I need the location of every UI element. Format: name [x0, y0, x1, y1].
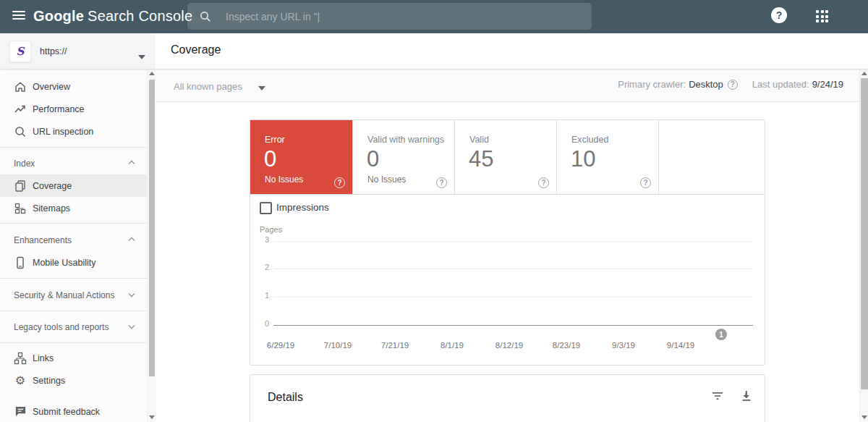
- sidebar-item-label: Mobile Usability: [33, 258, 96, 268]
- caret-down-icon: [258, 80, 265, 93]
- url-inspect-searchbox[interactable]: [187, 3, 592, 30]
- divider: [0, 147, 156, 148]
- question-circle-icon[interactable]: ?: [640, 177, 651, 188]
- google-search-console-app: GoogleSearch Console ? S https:// Covera…: [0, 0, 868, 422]
- search-input[interactable]: [224, 10, 592, 23]
- x-tick: 8/23/19: [553, 341, 580, 350]
- search-icon: [199, 10, 211, 22]
- scroll-up-arrow[interactable]: [149, 72, 155, 75]
- gridline: [273, 297, 753, 297]
- property-selector[interactable]: S https://: [0, 33, 156, 69]
- divider: [0, 311, 156, 311]
- sidebar-item-label: URL inspection: [33, 127, 93, 137]
- last-updated-label: Last updated:: [752, 79, 809, 90]
- primary-crawler-label: Primary crawler:: [618, 79, 686, 90]
- status-label: Valid: [469, 135, 489, 145]
- sidebar-item-label: Coverage: [33, 181, 72, 191]
- sidebar-item-label: Submit feedback: [33, 407, 100, 417]
- last-updated-value: 9/24/19: [812, 79, 843, 90]
- status-value: 10: [571, 146, 595, 172]
- x-tick: 9/14/19: [667, 341, 694, 350]
- status-box-valid-with-warnings[interactable]: Valid with warnings 0 No Issues ?: [352, 120, 454, 194]
- sidebar-item-performance[interactable]: Performance: [0, 98, 147, 120]
- gridline: [273, 241, 753, 242]
- sitemaps-icon: [14, 202, 27, 215]
- section-label: Legacy tools and reports: [14, 322, 109, 332]
- sidebar-item-settings[interactable]: ⚙ Settings: [0, 369, 147, 392]
- annotation-badge[interactable]: 1: [715, 329, 727, 340]
- links-icon: [14, 352, 27, 365]
- divider: [0, 278, 156, 279]
- x-tick: 7/10/19: [324, 341, 352, 350]
- status-box-excluded[interactable]: Excluded 10 ?: [556, 120, 658, 194]
- sidebar-section-index[interactable]: Index: [0, 152, 147, 174]
- sidebar-section-security[interactable]: Security & Manual Actions: [0, 284, 147, 306]
- status-label: Error: [265, 135, 285, 145]
- main-scrollbar-thumb[interactable]: [861, 78, 868, 389]
- details-card: Details: [250, 374, 765, 422]
- sidebar-scrollbar-thumb[interactable]: [149, 80, 155, 376]
- sidebar-item-overview[interactable]: Overview: [0, 75, 147, 98]
- y-tick: 2: [250, 263, 269, 271]
- baseline: [273, 325, 753, 326]
- logo-product: Search Console: [88, 8, 192, 24]
- x-tick: 6/29/19: [267, 341, 294, 350]
- page-scope-filter[interactable]: All known pages: [174, 79, 265, 93]
- coverage-icon: [14, 180, 27, 193]
- filter-icon[interactable]: [711, 389, 724, 402]
- main-scrollbar[interactable]: [859, 69, 868, 422]
- hamburger-icon[interactable]: [12, 11, 25, 21]
- gridline: [273, 269, 753, 269]
- download-icon[interactable]: [740, 389, 753, 402]
- divider: [0, 223, 156, 224]
- y-tick: 1: [250, 291, 269, 300]
- sidebar-item-label: Overview: [33, 82, 70, 92]
- coverage-summary-card: Error 0 No Issues ? Valid with warnings …: [250, 119, 765, 366]
- status-label: Valid with warnings: [367, 135, 444, 145]
- sidebar-item-sitemaps[interactable]: Sitemaps: [0, 197, 147, 219]
- sidebar-item-submit-feedback[interactable]: Submit feedback: [0, 400, 147, 422]
- chevron-up-icon: [127, 234, 136, 247]
- home-icon: [14, 80, 27, 93]
- sidebar-item-url-inspection[interactable]: URL inspection: [0, 120, 147, 143]
- sidebar-item-label: Sitemaps: [33, 203, 70, 214]
- sidebar-item-label: Links: [33, 353, 54, 363]
- topbar: GoogleSearch Console ?: [0, 0, 868, 33]
- question-circle-icon[interactable]: ?: [436, 177, 447, 188]
- status-box-valid[interactable]: Valid 45 ?: [454, 120, 556, 194]
- question-circle-icon[interactable]: ?: [728, 80, 738, 90]
- section-label: Security & Manual Actions: [14, 290, 114, 300]
- question-circle-icon[interactable]: ?: [538, 177, 549, 188]
- primary-crawler-value: Desktop: [689, 79, 723, 90]
- sidebar-item-label: Performance: [33, 104, 85, 114]
- logo-google: Google: [33, 8, 84, 24]
- sidebar-item-coverage[interactable]: Coverage: [0, 174, 147, 197]
- status-subtext: No Issues: [265, 174, 303, 185]
- status-label: Excluded: [571, 135, 608, 145]
- performance-icon: [14, 103, 27, 116]
- scroll-down-arrow[interactable]: [149, 415, 155, 419]
- question-circle-icon[interactable]: ?: [334, 177, 345, 188]
- sidebar-item-links[interactable]: Links: [0, 347, 147, 369]
- mobile-icon: [14, 256, 27, 269]
- help-icon[interactable]: ?: [771, 7, 787, 23]
- scroll-up-arrow[interactable]: [861, 72, 867, 75]
- property-url: https://: [40, 46, 67, 56]
- caret-down-icon: [138, 49, 145, 62]
- url-inspection-icon: [14, 125, 27, 138]
- sidebar-scrollbar[interactable]: [147, 69, 156, 422]
- scroll-down-arrow[interactable]: [861, 415, 867, 419]
- sidebar-section-legacy[interactable]: Legacy tools and reports: [0, 316, 147, 338]
- apps-grid-icon[interactable]: [816, 10, 828, 22]
- status-box-empty: [658, 120, 765, 194]
- details-title: Details: [268, 391, 303, 404]
- sidebar-section-enhancements[interactable]: Enhancements: [0, 229, 147, 251]
- chevron-up-icon: [127, 157, 136, 170]
- report-meta: Primary crawler: Desktop ? Last updated:…: [618, 79, 843, 90]
- divider: [0, 342, 156, 343]
- status-box-error[interactable]: Error 0 No Issues ?: [250, 120, 352, 194]
- x-tick: 8/1/19: [441, 341, 464, 350]
- sidebar-item-mobile-usability[interactable]: Mobile Usability: [0, 251, 147, 274]
- impressions-checkbox[interactable]: [260, 202, 272, 214]
- status-value: 0: [264, 146, 276, 172]
